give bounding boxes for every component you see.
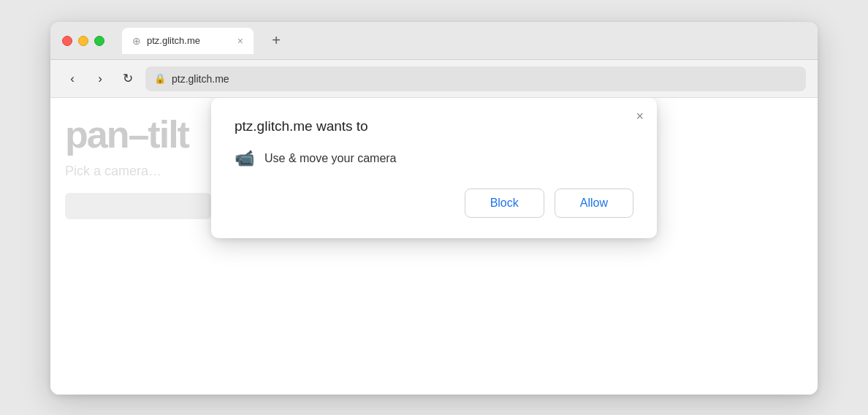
permission-text: Use & move your camera	[264, 152, 397, 165]
lock-icon: 🔒	[154, 73, 166, 84]
new-tab-button[interactable]: +	[265, 30, 287, 52]
maximize-traffic-light[interactable]	[94, 36, 104, 46]
forward-button[interactable]: ›	[90, 69, 110, 89]
tab-title-text: ptz.glitch.me	[147, 35, 232, 46]
tab-close-icon[interactable]: ×	[237, 36, 243, 46]
nav-bar: ‹ › ↻ 🔒 ptz.glitch.me	[50, 60, 818, 98]
title-bar: ⊕ ptz.glitch.me × +	[50, 22, 818, 60]
reload-button[interactable]: ↻	[118, 69, 138, 89]
page-bg-sub: Pick a camera…	[65, 164, 161, 179]
tab-move-icon: ⊕	[132, 35, 141, 47]
dialog-close-icon[interactable]: ×	[636, 110, 644, 123]
address-url: ptz.glitch.me	[172, 73, 229, 85]
browser-tab[interactable]: ⊕ ptz.glitch.me ×	[122, 28, 254, 54]
block-button[interactable]: Block	[465, 189, 544, 218]
camera-icon: 📹	[235, 149, 254, 168]
dialog-actions: Block Allow	[235, 189, 633, 218]
page-bg-input	[65, 193, 211, 219]
minimize-traffic-light[interactable]	[78, 36, 88, 46]
allow-button[interactable]: Allow	[555, 189, 633, 218]
back-button[interactable]: ‹	[62, 69, 83, 89]
address-bar[interactable]: 🔒 ptz.glitch.me	[145, 66, 806, 91]
permission-row: 📹 Use & move your camera	[235, 149, 633, 168]
close-traffic-light[interactable]	[62, 36, 72, 46]
dialog-title: ptz.glitch.me wants to	[235, 118, 633, 134]
page-content: pan–tilt Pick a camera… × ptz.glitch.me …	[50, 98, 818, 395]
browser-window: ⊕ ptz.glitch.me × + ‹ › ↻ 🔒 ptz.glitch.m…	[50, 22, 818, 395]
permission-dialog: × ptz.glitch.me wants to 📹 Use & move yo…	[211, 98, 657, 238]
traffic-lights	[62, 36, 104, 46]
page-bg-text: pan–tilt	[65, 113, 189, 156]
